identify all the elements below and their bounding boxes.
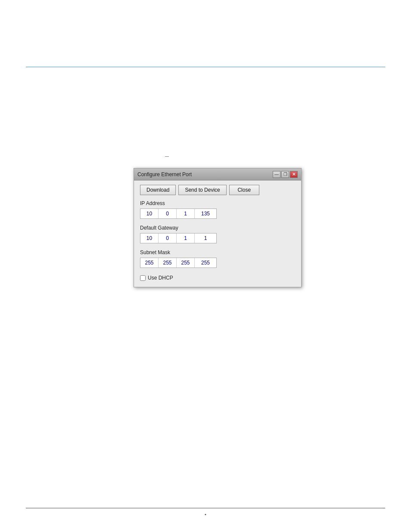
minimize-button[interactable]: — [273,171,280,178]
ip-address-label: IP Address [140,200,295,206]
dialog-title: Configure Ethernet Port [137,171,273,177]
ip-octet-4[interactable] [195,209,216,218]
configure-ethernet-dialog: Configure Ethernet Port — ❐ ✕ Download S… [134,168,302,287]
sm-octet-3[interactable] [177,258,195,268]
send-to-device-button[interactable]: Send to Device [178,185,226,195]
default-gateway-label: Default Gateway [140,225,295,231]
title-bar: Configure Ethernet Port — ❐ ✕ [134,168,301,180]
ip-address-row [140,208,217,219]
close-button[interactable]: Close [229,185,259,195]
title-bar-buttons: — ❐ ✕ [273,171,298,178]
gw-octet-3[interactable] [177,233,195,243]
default-gateway-row [140,233,217,243]
bottom-rule [26,508,385,508]
gw-octet-2[interactable] [159,233,177,243]
dialog-wrapper: Configure Ethernet Port — ❐ ✕ Download S… [134,168,302,287]
dhcp-row: Use DHCP [140,275,295,281]
gw-octet-1[interactable] [140,233,159,243]
sm-octet-2[interactable] [159,258,177,268]
gw-octet-4[interactable] [195,233,216,243]
ip-octet-1[interactable] [140,209,159,218]
sm-octet-4[interactable] [195,258,216,268]
minimize-dash-symbol: _ [165,150,169,158]
dialog-body: Download Send to Device Close IP Address… [134,180,301,287]
ip-octet-3[interactable] [177,209,195,218]
use-dhcp-label: Use DHCP [148,275,173,281]
sm-octet-1[interactable] [140,258,159,268]
download-button[interactable]: Download [140,185,176,195]
toolbar-row: Download Send to Device Close [140,185,295,195]
restore-button[interactable]: ❐ [281,171,289,178]
subnet-mask-label: Subnet Mask [140,249,295,255]
subnet-mask-row [140,258,217,268]
close-titlebar-button[interactable]: ✕ [290,171,298,178]
ip-octet-2[interactable] [159,209,177,218]
use-dhcp-checkbox[interactable] [140,275,146,281]
top-rule [26,67,385,67]
page-number: • [205,512,206,517]
